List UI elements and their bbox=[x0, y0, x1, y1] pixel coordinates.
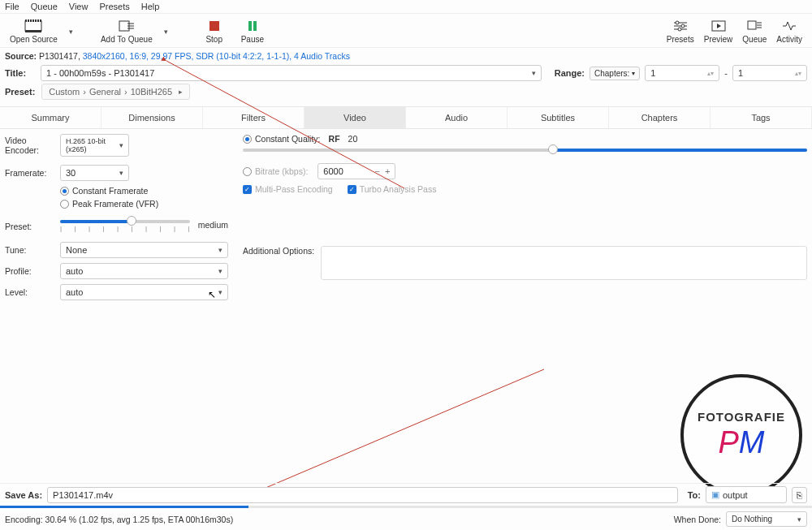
constant-quality-radio[interactable]: Constant Quality: bbox=[243, 134, 321, 144]
cursor-icon: ↖ bbox=[208, 289, 216, 300]
quality-slider[interactable] bbox=[243, 149, 807, 152]
destination-select[interactable]: ▣output bbox=[706, 486, 787, 503]
svg-rect-3 bbox=[27, 19, 28, 22]
tab-subtitles[interactable]: Subtitles bbox=[508, 107, 609, 128]
tune-label: Tune: bbox=[5, 245, 55, 255]
level-select[interactable]: auto▾ bbox=[60, 284, 228, 300]
svg-rect-14 bbox=[248, 21, 252, 31]
constant-framerate-radio[interactable]: Constant Framerate bbox=[60, 186, 228, 196]
svg-rect-2 bbox=[25, 30, 41, 32]
toolbar: Open Source ▾ Add To Queue ▾ Stop Pause bbox=[0, 14, 812, 48]
svg-point-20 bbox=[681, 24, 685, 28]
svg-rect-4 bbox=[29, 19, 30, 22]
profile-select[interactable]: auto▾ bbox=[60, 263, 228, 279]
preset-label: Preset: bbox=[5, 87, 35, 97]
menu-queue[interactable]: Queue bbox=[31, 2, 58, 11]
range-to[interactable]: 1▴▾ bbox=[732, 65, 807, 81]
range-from[interactable]: 1▴▾ bbox=[645, 65, 719, 81]
level-label: Level: bbox=[5, 287, 55, 297]
preset-slider-label: Preset: bbox=[5, 220, 55, 231]
to-label: To: bbox=[688, 490, 701, 500]
queue-button[interactable]: Queue bbox=[737, 17, 771, 45]
preset-value: medium bbox=[198, 220, 228, 230]
svg-point-21 bbox=[678, 28, 681, 31]
svg-rect-0 bbox=[25, 21, 41, 31]
framerate-label: Framerate: bbox=[5, 168, 55, 178]
activity-button[interactable]: Activity bbox=[771, 17, 807, 45]
svg-rect-15 bbox=[253, 21, 257, 31]
title-select[interactable]: 1 - 00h00m59s - P1301417▾ bbox=[41, 65, 542, 81]
menu-bar: File Queue View Presets Help bbox=[0, 0, 812, 14]
preset-slider[interactable] bbox=[60, 220, 190, 223]
menu-file[interactable]: File bbox=[5, 2, 19, 11]
multipass-check[interactable]: ✓Multi-Pass Encoding bbox=[243, 184, 333, 194]
menu-view[interactable]: View bbox=[69, 2, 89, 11]
svg-line-29 bbox=[258, 369, 544, 491]
preset-path[interactable]: Custom› General› 10BitH265 ▸ bbox=[41, 84, 190, 100]
rf-value: 20 bbox=[348, 134, 358, 144]
save-as-input[interactable]: P1301417.m4v bbox=[47, 487, 678, 503]
open-source-dropdown[interactable]: ▾ bbox=[66, 28, 76, 36]
tab-video[interactable]: Video bbox=[304, 107, 406, 128]
save-as-label: Save As: bbox=[5, 490, 42, 500]
encoder-label: Video Encoder: bbox=[5, 136, 55, 155]
bitrate-radio[interactable]: Bitrate (kbps): bbox=[243, 166, 308, 176]
tab-chapters[interactable]: Chapters bbox=[609, 107, 710, 128]
tab-tags[interactable]: Tags bbox=[710, 107, 812, 128]
svg-rect-6 bbox=[34, 19, 35, 22]
status-text: Encoding: 30.64 % (1.02 fps, avg 1.25 fp… bbox=[5, 515, 233, 524]
svg-rect-24 bbox=[748, 21, 756, 29]
tab-summary[interactable]: Summary bbox=[0, 107, 102, 128]
menu-presets[interactable]: Presets bbox=[99, 2, 129, 11]
tabs: Summary Dimensions Filters Video Audio S… bbox=[0, 106, 812, 129]
bitrate-input[interactable]: 6000 −+ bbox=[317, 163, 395, 179]
range-dash: - bbox=[724, 68, 728, 78]
pause-button[interactable]: Pause bbox=[236, 17, 269, 45]
open-folder-icon: ⎘ bbox=[797, 490, 802, 500]
stop-button[interactable]: Stop bbox=[201, 17, 228, 45]
tab-dimensions[interactable]: Dimensions bbox=[102, 107, 203, 128]
presets-button[interactable]: Presets bbox=[662, 17, 699, 45]
preview-icon bbox=[710, 19, 728, 33]
sliders-icon bbox=[672, 19, 689, 33]
open-source-button[interactable]: Open Source bbox=[5, 17, 63, 45]
svg-rect-8 bbox=[39, 19, 40, 22]
svg-rect-13 bbox=[209, 21, 219, 31]
rf-label: RF bbox=[329, 134, 340, 144]
encoder-select[interactable]: H.265 10-bit (x265)▾ bbox=[60, 134, 129, 157]
tab-filters[interactable]: Filters bbox=[203, 107, 304, 128]
pause-icon bbox=[244, 19, 261, 33]
preview-button[interactable]: Preview bbox=[699, 17, 738, 45]
framerate-select[interactable]: 30▾ bbox=[60, 165, 129, 181]
activity-icon bbox=[780, 19, 798, 33]
progress-bar bbox=[0, 506, 812, 508]
film-icon bbox=[24, 19, 42, 33]
profile-label: Profile: bbox=[5, 266, 55, 276]
peak-framerate-radio[interactable]: Peak Framerate (VFR) bbox=[60, 199, 228, 209]
tab-audio[interactable]: Audio bbox=[406, 107, 508, 128]
svg-rect-7 bbox=[37, 19, 37, 22]
svg-point-19 bbox=[676, 21, 679, 24]
folder-icon: ▣ bbox=[711, 489, 719, 500]
add-queue-icon bbox=[118, 19, 136, 33]
svg-marker-23 bbox=[717, 24, 721, 28]
browse-button[interactable]: ⎘ bbox=[792, 487, 807, 503]
add-to-queue-button[interactable]: Add To Queue bbox=[96, 17, 158, 45]
turbo-check[interactable]: ✓Turbo Analysis Pass bbox=[348, 184, 437, 194]
when-done-select[interactable]: Do Nothing▾ bbox=[726, 511, 807, 527]
tune-select[interactable]: None▾ bbox=[60, 242, 228, 258]
range-type-select[interactable]: Chapters:▾ bbox=[590, 67, 640, 80]
when-done-label: When Done: bbox=[674, 515, 721, 524]
source-info: Source: P1301417, 3840x2160, 16:9, 29.97… bbox=[0, 48, 812, 62]
svg-rect-5 bbox=[32, 19, 32, 22]
watermark-logo: FOTOGRAFIE PM bbox=[680, 374, 802, 496]
add-to-queue-dropdown[interactable]: ▾ bbox=[161, 28, 171, 36]
menu-help[interactable]: Help bbox=[141, 2, 160, 11]
queue-icon bbox=[745, 19, 763, 33]
range-label: Range: bbox=[555, 68, 585, 78]
title-label: Title: bbox=[5, 68, 26, 78]
stop-icon bbox=[205, 19, 223, 33]
additional-options-input[interactable] bbox=[321, 246, 807, 280]
additional-options-label: Additional Options: bbox=[243, 246, 314, 256]
